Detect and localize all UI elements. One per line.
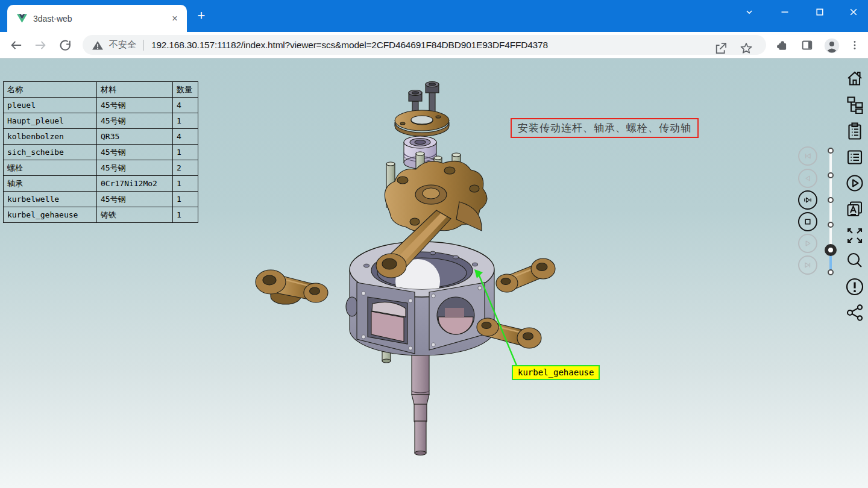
assembly-tree-icon[interactable] — [845, 95, 864, 114]
table-row: 轴承0Cr17Ni12Mo21 — [4, 176, 198, 192]
clipboard-list-icon[interactable] — [845, 121, 864, 140]
cell-name: kurbel_gehaeuse — [4, 207, 97, 223]
cell-material: 铸铁 — [97, 207, 173, 223]
bookmark-star-icon[interactable] — [738, 40, 754, 56]
cell-material: 45号钢 — [97, 98, 173, 113]
zoom-icon[interactable] — [845, 251, 864, 271]
step-back-button[interactable] — [798, 169, 817, 188]
tab-title: 3dast-web — [33, 14, 169, 23]
slider-handle[interactable] — [825, 244, 837, 256]
table-row: kolbenbolzenQR354 — [4, 129, 198, 145]
table-row: sich_scheibe45号钢1 — [4, 145, 198, 160]
maximize-icon[interactable] — [812, 4, 828, 20]
bom-header-material: 材料 — [97, 82, 173, 98]
cell-qty: 1 — [173, 113, 198, 129]
slider-tick[interactable] — [828, 222, 834, 228]
cell-name: kurbelwelle — [4, 192, 97, 207]
model-bolt-2 — [426, 82, 439, 113]
extensions-icon[interactable] — [775, 37, 790, 53]
titlebar: 3dast-web × + — [0, 0, 868, 32]
new-tab-button[interactable]: + — [194, 9, 209, 23]
list-icon[interactable] — [845, 148, 864, 167]
slider-tick[interactable] — [828, 269, 834, 275]
table-row: kurbelwelle45号钢1 — [4, 192, 198, 207]
forward-icon[interactable] — [33, 37, 48, 53]
table-row: pleuel45号钢4 — [4, 98, 198, 113]
step-play-button[interactable] — [798, 190, 817, 210]
viewer-page: 名称 材料 数量 pleuel45号钢4 Haupt_pleuel45号钢1 k… — [0, 58, 868, 488]
back-icon[interactable] — [8, 37, 24, 53]
browser-tab[interactable]: 3dast-web × — [7, 5, 187, 32]
url-text[interactable]: 192.168.30.157:11182/index.html?viewer=s… — [151, 40, 548, 51]
skip-to-end-button[interactable] — [798, 255, 817, 275]
stop-button[interactable] — [798, 212, 817, 231]
annotation-text-icon[interactable] — [845, 199, 864, 219]
expand-arrows-icon[interactable] — [845, 226, 864, 245]
cell-material: 45号钢 — [97, 145, 173, 160]
cell-material: 0Cr17Ni12Mo2 — [97, 176, 173, 192]
model-rod-right-lower — [477, 318, 541, 348]
minimize-icon[interactable] — [777, 4, 793, 20]
bom-header-qty: 数量 — [173, 82, 198, 98]
warning-icon — [91, 39, 104, 52]
part-label: kurbel_gehaeuse — [512, 365, 600, 380]
browser-window: 3dast-web × + — [0, 0, 868, 488]
model-rod-left — [256, 270, 328, 304]
model-rod-right-upper — [496, 258, 555, 292]
cell-name: pleuel — [4, 98, 97, 113]
reload-icon[interactable] — [57, 37, 73, 53]
skip-to-start-button[interactable] — [798, 146, 817, 166]
share-icon[interactable] — [713, 40, 729, 56]
side-panel-icon[interactable] — [799, 37, 815, 53]
close-icon[interactable] — [846, 4, 861, 20]
step-slider[interactable] — [825, 146, 837, 279]
slider-tick[interactable] — [828, 197, 834, 203]
cell-name: sich_scheibe — [4, 145, 97, 160]
bom-table: 名称 材料 数量 pleuel45号钢4 Haupt_pleuel45号钢1 k… — [3, 81, 198, 223]
cell-material: QR35 — [97, 129, 173, 145]
exclamation-icon[interactable] — [845, 277, 864, 296]
model-housing — [346, 242, 494, 355]
menu-dots-icon[interactable] — [848, 37, 864, 53]
table-row: 螺栓45号钢2 — [4, 160, 198, 176]
cell-name: kolbenbolzen — [4, 129, 97, 145]
cell-qty: 1 — [173, 192, 198, 207]
viewer-canvas[interactable]: 名称 材料 数量 pleuel45号钢4 Haupt_pleuel45号钢1 k… — [0, 58, 868, 488]
url-divider — [143, 40, 144, 51]
cell-material: 45号钢 — [97, 192, 173, 207]
cell-qty: 1 — [173, 207, 198, 223]
cell-qty: 4 — [173, 98, 198, 113]
step-annotation: 安装传动连杆、轴承、螺栓、传动轴 — [511, 118, 699, 138]
table-row: Haupt_pleuel45号钢1 — [4, 113, 198, 129]
model-shaft — [412, 348, 429, 455]
cell-qty: 1 — [173, 176, 198, 192]
play-button[interactable] — [798, 234, 817, 253]
slider-tick[interactable] — [828, 148, 834, 154]
vue-favicon-icon — [17, 14, 27, 23]
tab-close-icon[interactable]: × — [169, 13, 181, 25]
profile-avatar-icon[interactable] — [823, 37, 839, 53]
cell-qty: 2 — [173, 160, 198, 176]
play-circle-icon[interactable] — [845, 174, 864, 193]
bom-header-name: 名称 — [4, 82, 97, 98]
security-label: 不安全 — [109, 39, 136, 51]
model-washer — [395, 110, 449, 136]
chevron-down-icon[interactable] — [741, 4, 757, 20]
cell-name: 螺栓 — [4, 160, 97, 176]
cell-material: 45号钢 — [97, 113, 173, 129]
home-icon[interactable] — [845, 69, 864, 88]
cell-name: Haupt_pleuel — [4, 113, 97, 129]
address-bar[interactable]: 不安全 192.168.30.157:11182/index.html?view… — [83, 35, 766, 55]
cell-material: 45号钢 — [97, 160, 173, 176]
slider-tick[interactable] — [828, 172, 834, 178]
bom-header-row: 名称 材料 数量 — [4, 82, 198, 98]
table-row: kurbel_gehaeuse铸铁1 — [4, 207, 198, 223]
cell-name: 轴承 — [4, 176, 97, 192]
share-nodes-icon[interactable] — [845, 303, 864, 322]
cell-qty: 1 — [173, 145, 198, 160]
cell-qty: 4 — [173, 129, 198, 145]
browser-toolbar: 不安全 192.168.30.157:11182/index.html?view… — [0, 32, 868, 58]
